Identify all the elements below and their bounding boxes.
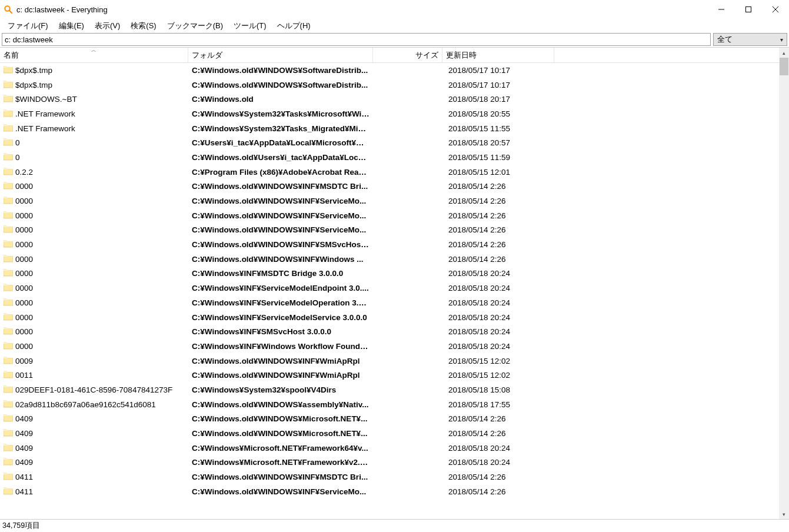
row-folder: C:¥Windows.old¥WINDOWS¥INF¥ServiceMo... xyxy=(188,225,373,234)
menu-file[interactable]: ファイル(F) xyxy=(2,19,54,32)
table-row[interactable]: .NET FrameworkC:¥Windows¥System32¥Tasks¥… xyxy=(0,107,779,121)
table-row[interactable]: 0.2.2C:¥Program Files (x86)¥Adobe¥Acroba… xyxy=(0,165,779,179)
row-modified: 2018/05/14 2:26 xyxy=(442,429,554,438)
maximize-button[interactable] xyxy=(735,0,762,19)
menu-bookmarks[interactable]: ブックマーク(B) xyxy=(162,19,228,32)
table-row[interactable]: 0411C:¥Windows.old¥WINDOWS¥INF¥ServiceMo… xyxy=(0,484,779,499)
table-row[interactable]: 0000C:¥Windows.old¥WINDOWS¥INF¥ServiceMo… xyxy=(0,223,779,238)
row-folder: C:¥Windows¥INF¥Windows Workflow Founda..… xyxy=(188,342,373,351)
table-row[interactable]: 0C:¥Users¥i_tac¥AppData¥Local¥Microsoft¥… xyxy=(0,135,779,150)
table-row[interactable]: 0409C:¥Windows.old¥WINDOWS¥Microsoft.NET… xyxy=(0,426,779,441)
listview-body[interactable]: $dpx$.tmpC:¥Windows.old¥WINDOWS¥Software… xyxy=(0,63,779,519)
table-row[interactable]: $dpx$.tmpC:¥Windows.old¥WINDOWS¥Software… xyxy=(0,63,779,78)
table-row[interactable]: 0000C:¥Windows.old¥WINDOWS¥INF¥MSDTC Bri… xyxy=(0,179,779,194)
menu-view[interactable]: 表示(V) xyxy=(89,19,125,32)
row-name: 0409 xyxy=(15,458,33,467)
folder-icon xyxy=(4,80,13,90)
status-count: 34,759項目 xyxy=(2,521,40,531)
table-row[interactable]: .NET FrameworkC:¥Windows¥System32¥Tasks_… xyxy=(0,121,779,136)
menu-search[interactable]: 検索(S) xyxy=(125,19,161,32)
column-modified[interactable]: 更新日時 xyxy=(442,48,554,62)
row-folder: C:¥Users¥i_tac¥AppData¥Local¥Microsoft¥W… xyxy=(188,138,373,147)
row-modified: 2018/05/18 20:24 xyxy=(442,444,554,453)
filter-select[interactable]: 全て ▾ xyxy=(713,33,787,46)
row-name: .NET Framework xyxy=(15,109,75,118)
filter-value: 全て xyxy=(717,34,733,45)
row-modified: 2018/05/18 20:24 xyxy=(442,313,554,322)
column-name[interactable]: ︿ 名前 xyxy=(0,48,188,62)
column-folder[interactable]: フォルダ xyxy=(188,48,373,62)
app-icon xyxy=(4,5,13,14)
table-row[interactable]: 02a9d811b8c697a06ae9162c541d6081C:¥Windo… xyxy=(0,397,779,412)
table-row[interactable]: 0011C:¥Windows.old¥WINDOWS¥INF¥WmiApRpl2… xyxy=(0,368,779,383)
menu-tools[interactable]: ツール(T) xyxy=(228,19,272,32)
row-modified: 2018/05/18 20:24 xyxy=(442,342,554,351)
folder-icon xyxy=(4,124,13,134)
folder-icon xyxy=(4,65,13,75)
vertical-scrollbar[interactable]: ▴ ▾ xyxy=(779,48,789,519)
row-folder: C:¥Windows.old¥WINDOWS¥INF¥ServiceMo... xyxy=(188,487,373,496)
close-button[interactable] xyxy=(762,0,789,19)
folder-icon xyxy=(4,225,13,235)
scroll-track[interactable] xyxy=(779,58,789,509)
row-modified: 2018/05/15 12:01 xyxy=(442,168,554,177)
row-name: 0000 xyxy=(15,182,33,191)
table-row[interactable]: 0409C:¥Windows¥Microsoft.NET¥Framework¥v… xyxy=(0,455,779,470)
menu-edit[interactable]: 編集(E) xyxy=(54,19,89,32)
row-name: 0409 xyxy=(15,444,33,453)
table-row[interactable]: 0000C:¥Windows¥INF¥MSDTC Bridge 3.0.0.02… xyxy=(0,267,779,281)
chevron-down-icon: ▾ xyxy=(780,36,783,43)
table-row[interactable]: 0000C:¥Windows.old¥WINDOWS¥INF¥ServiceMo… xyxy=(0,208,779,223)
row-modified: 2018/05/18 20:24 xyxy=(442,327,554,336)
scroll-thumb[interactable] xyxy=(780,58,788,75)
minimize-button[interactable] xyxy=(708,0,735,19)
row-modified: 2018/05/18 20:24 xyxy=(442,284,554,292)
row-modified: 2018/05/18 20:17 xyxy=(442,95,554,104)
table-row[interactable]: 0000C:¥Windows¥INF¥SMSvcHost 3.0.0.02018… xyxy=(0,324,779,339)
table-row[interactable]: 0411C:¥Windows.old¥WINDOWS¥INF¥MSDTC Bri… xyxy=(0,470,779,484)
window-controls xyxy=(708,0,789,19)
table-row[interactable]: 0000C:¥Windows¥INF¥ServiceModelOperation… xyxy=(0,295,779,310)
row-name: 0 xyxy=(15,138,20,147)
table-row[interactable]: 029DEEF1-0181-461C-8596-70847841273FC:¥W… xyxy=(0,383,779,397)
folder-icon xyxy=(4,152,13,162)
folder-icon xyxy=(4,400,13,410)
row-name: 0000 xyxy=(15,269,33,278)
row-folder: C:¥Windows.old¥WINDOWS¥Microsoft.NET¥... xyxy=(188,414,373,423)
table-row[interactable]: 0000C:¥Windows¥INF¥Windows Workflow Foun… xyxy=(0,339,779,354)
row-modified: 2018/05/18 20:57 xyxy=(442,138,554,147)
row-modified: 2018/05/17 10:17 xyxy=(442,81,554,89)
folder-icon xyxy=(4,283,13,293)
row-name: $dpx$.tmp xyxy=(15,66,52,75)
folder-icon xyxy=(4,196,13,206)
table-row[interactable]: $WINDOWS.~BTC:¥Windows.old2018/05/18 20:… xyxy=(0,92,779,107)
menu-help[interactable]: ヘルプ(H) xyxy=(272,19,316,32)
row-folder: C:¥Windows¥Microsoft.NET¥Framework64¥v..… xyxy=(188,444,373,453)
row-modified: 2018/05/14 2:26 xyxy=(442,197,554,205)
row-modified: 2018/05/18 20:24 xyxy=(442,458,554,467)
menubar: ファイル(F) 編集(E) 表示(V) 検索(S) ブックマーク(B) ツール(… xyxy=(0,19,789,33)
folder-icon xyxy=(4,457,13,467)
scroll-up-icon[interactable]: ▴ xyxy=(779,48,789,58)
search-row: 全て ▾ xyxy=(0,33,789,47)
table-row[interactable]: 0000C:¥Windows¥INF¥ServiceModelService 3… xyxy=(0,310,779,325)
folder-icon xyxy=(4,327,13,337)
table-row[interactable]: 0009C:¥Windows.old¥WINDOWS¥INF¥WmiApRpl2… xyxy=(0,354,779,368)
row-modified: 2018/05/15 12:02 xyxy=(442,357,554,365)
search-input[interactable] xyxy=(2,33,711,46)
row-name: 0000 xyxy=(15,342,33,351)
table-row[interactable]: 0409C:¥Windows.old¥WINDOWS¥Microsoft.NET… xyxy=(0,412,779,427)
column-size[interactable]: サイズ xyxy=(373,48,442,62)
table-row[interactable]: 0000C:¥Windows¥INF¥ServiceModelEndpoint … xyxy=(0,281,779,295)
row-name: 0409 xyxy=(15,429,33,438)
titlebar: c: dc:lastweek - Everything xyxy=(0,0,789,19)
table-row[interactable]: 0000C:¥Windows.old¥WINDOWS¥INF¥ServiceMo… xyxy=(0,194,779,208)
folder-icon xyxy=(4,472,13,482)
table-row[interactable]: 0000C:¥Windows.old¥WINDOWS¥INF¥SMSvcHost… xyxy=(0,237,779,252)
table-row[interactable]: 0C:¥Windows.old¥Users¥i_tac¥AppData¥Loca… xyxy=(0,150,779,165)
folder-icon xyxy=(4,167,13,177)
table-row[interactable]: $dpx$.tmpC:¥Windows.old¥WINDOWS¥Software… xyxy=(0,78,779,92)
table-row[interactable]: 0409C:¥Windows¥Microsoft.NET¥Framework64… xyxy=(0,441,779,455)
table-row[interactable]: 0000C:¥Windows.old¥WINDOWS¥INF¥Windows .… xyxy=(0,252,779,267)
scroll-down-icon[interactable]: ▾ xyxy=(779,509,789,519)
